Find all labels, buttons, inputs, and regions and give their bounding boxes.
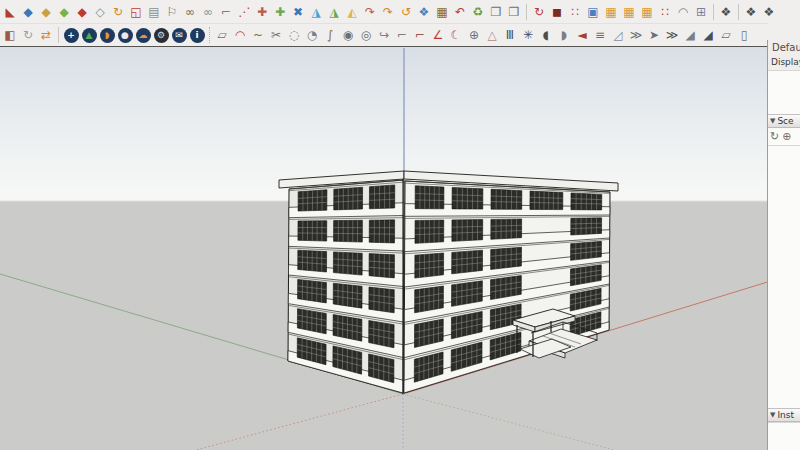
bird-arrow-2-icon[interactable]: ≫ xyxy=(663,25,681,46)
update-scenes-icon[interactable]: ↻ xyxy=(770,130,779,143)
globe-frame-icon[interactable]: ⊕ xyxy=(465,25,483,46)
wedge-dark-icon[interactable]: ◢ xyxy=(699,25,717,46)
leaf-outline-icon[interactable]: ◗ xyxy=(555,25,573,46)
component-swap-1-icon[interactable]: ❐ xyxy=(487,1,505,22)
tree-icon[interactable]: ▲ xyxy=(80,25,98,46)
collapse-arrow-icon[interactable]: ▼ xyxy=(770,411,775,419)
rocks-2-icon[interactable]: ❖ xyxy=(742,1,760,22)
wire-bend-icon[interactable]: ⌐ xyxy=(217,1,235,22)
hook-arrow-icon[interactable]: ↪ xyxy=(375,25,393,46)
arc-gray-icon[interactable]: ◠ xyxy=(674,1,692,22)
cone-outline-icon[interactable]: △ xyxy=(483,25,501,46)
poly-outline-2-icon[interactable]: ▯ xyxy=(735,25,753,46)
instructor-area xyxy=(768,422,800,450)
partial-tool-icon[interactable]: ◧ xyxy=(1,25,19,46)
sync-arrows-icon[interactable]: ↻ xyxy=(19,25,37,46)
component-swap-2-icon[interactable]: ❐ xyxy=(505,1,523,22)
terrain-layers-icon[interactable]: ◗ xyxy=(98,25,116,46)
viewport-canvas[interactable] xyxy=(0,47,767,450)
grid-orange-1-icon[interactable]: ▦ xyxy=(602,1,620,22)
cloud-upload-icon[interactable]: ☁ xyxy=(134,25,152,46)
bird-arrow-1-icon[interactable]: ≫ xyxy=(627,25,645,46)
checker-sphere-icon[interactable]: ● xyxy=(116,25,134,46)
ramp-gray-icon[interactable]: ◢ xyxy=(681,25,699,46)
plane-red-icon[interactable]: ◆ xyxy=(73,1,91,22)
recycle-green-icon[interactable]: ♻ xyxy=(469,1,487,22)
add-scene-icon[interactable]: ⊕ xyxy=(782,130,791,143)
mask-brown-icon[interactable]: ∞ xyxy=(181,1,199,22)
warn-triangle-icon[interactable]: ◭ xyxy=(343,1,361,22)
binoculars-icon[interactable]: ◎ xyxy=(357,25,375,46)
plus-green-icon[interactable]: ✚ xyxy=(271,1,289,22)
bezier-red-icon[interactable]: ◠ xyxy=(231,25,249,46)
rocks-1-icon[interactable]: ❖ xyxy=(717,1,735,22)
toolbar-separator xyxy=(713,4,714,20)
ribbon-curve-icon[interactable]: ∫ xyxy=(321,25,339,46)
rocks-3-icon[interactable]: ❖ xyxy=(760,1,778,22)
arc-orange-icon[interactable]: ↷ xyxy=(379,1,397,22)
plane-blue-icon[interactable]: ◆ xyxy=(19,1,37,22)
corner-red-icon[interactable]: ⌐ xyxy=(411,25,429,46)
drop-green-icon[interactable]: ◮ xyxy=(325,1,343,22)
corner-lines-icon[interactable]: ⌐ xyxy=(393,25,411,46)
wire-box-icon[interactable]: ▣ xyxy=(584,1,602,22)
grid-orange-2-icon[interactable]: ▦ xyxy=(620,1,638,22)
arc-red-icon[interactable]: ↷ xyxy=(361,1,379,22)
scenes-toolbar: ↻⊕ xyxy=(768,128,800,145)
freehand-curve-icon[interactable]: ~ xyxy=(249,25,267,46)
crescent-red-icon[interactable]: ☾ xyxy=(447,25,465,46)
wedge-light-icon[interactable]: ◿ xyxy=(609,25,627,46)
section-header-scenes[interactable]: ▼ Sce xyxy=(768,114,800,128)
tray-content-area xyxy=(768,70,800,114)
scenes-list-area[interactable] xyxy=(768,145,800,408)
orange-swirl-icon[interactable]: ↻ xyxy=(109,1,127,22)
flower-3d-icon[interactable]: ✳ xyxy=(519,25,537,46)
move-4way-icon[interactable]: ❖ xyxy=(415,1,433,22)
points-red-icon[interactable]: ∷ xyxy=(656,1,674,22)
atoms-icon[interactable]: ∷ xyxy=(566,1,584,22)
crate-brown-icon[interactable]: ▦ xyxy=(433,1,451,22)
add-circle-icon[interactable]: + xyxy=(62,25,80,46)
lasso-icon[interactable]: ◌ xyxy=(285,25,303,46)
arrow-red-icon[interactable]: ◄ xyxy=(573,25,591,46)
box-darkred-icon[interactable]: ◼ xyxy=(548,1,566,22)
panel-lines-icon[interactable]: ▤ xyxy=(145,1,163,22)
sketchup-window: ◣◆◆◆◆◇↻◱▤⚐∞∞⌐⋰✚✚✖◮◮◭↷↷↺❖▦↶♻❐❐↻◼∷▣▦▦▦∷◠⊞❖… xyxy=(0,0,800,450)
gears-icon[interactable]: ⚙ xyxy=(152,25,170,46)
x-blue-icon[interactable]: ✖ xyxy=(289,1,307,22)
paint-partial-icon[interactable]: ◣ xyxy=(1,1,19,22)
toolbar-separator xyxy=(209,27,210,43)
plane-arrow-icon[interactable]: ➤ xyxy=(645,25,663,46)
plane-tan-icon[interactable]: ◆ xyxy=(37,1,55,22)
undo-red-icon[interactable]: ↶ xyxy=(451,1,469,22)
flag-icon[interactable]: ⚐ xyxy=(163,1,181,22)
feathers-icon[interactable]: ≡ xyxy=(591,25,609,46)
scenes-section-label: Sce xyxy=(777,116,793,126)
columns-icon[interactable]: Ⅲ xyxy=(501,25,519,46)
plan-outline-icon[interactable]: ▱ xyxy=(213,25,231,46)
plane-outline-icon[interactable]: ◇ xyxy=(91,1,109,22)
angle-red-icon[interactable]: ∠ xyxy=(429,25,447,46)
drop-blue-icon[interactable]: ◮ xyxy=(307,1,325,22)
viewport-3d[interactable] xyxy=(0,47,767,450)
swap-arrows-icon[interactable]: ⇄ xyxy=(37,25,55,46)
eye-icon[interactable]: ◉ xyxy=(339,25,357,46)
collapse-arrow-icon[interactable]: ▼ xyxy=(770,117,775,125)
grid-cubes-icon[interactable]: ⊞ xyxy=(692,1,710,22)
mail-icon[interactable]: ✉ xyxy=(170,25,188,46)
tray-title: Default xyxy=(768,40,800,55)
plane-green-icon[interactable]: ◆ xyxy=(55,1,73,22)
curve-dots-icon[interactable]: ⋰ xyxy=(235,1,253,22)
glasses-gray-icon[interactable]: ∞ xyxy=(199,1,217,22)
knife-icon[interactable]: ✂ xyxy=(267,25,285,46)
loop-orange-icon[interactable]: ↺ xyxy=(397,1,415,22)
section-fill-icon[interactable]: ◱ xyxy=(127,1,145,22)
shape-outline-icon[interactable]: ◔ xyxy=(303,25,321,46)
reload-red-icon[interactable]: ↻ xyxy=(530,1,548,22)
section-header-instructor[interactable]: ▼ Inst xyxy=(768,408,800,422)
grid-orange-3-icon[interactable]: ▦ xyxy=(638,1,656,22)
plus-red-icon[interactable]: ✚ xyxy=(253,1,271,22)
poly-outline-1-icon[interactable]: ▱ xyxy=(717,25,735,46)
info-icon[interactable]: i xyxy=(188,25,206,46)
hand-ball-icon[interactable]: ◖ xyxy=(537,25,555,46)
